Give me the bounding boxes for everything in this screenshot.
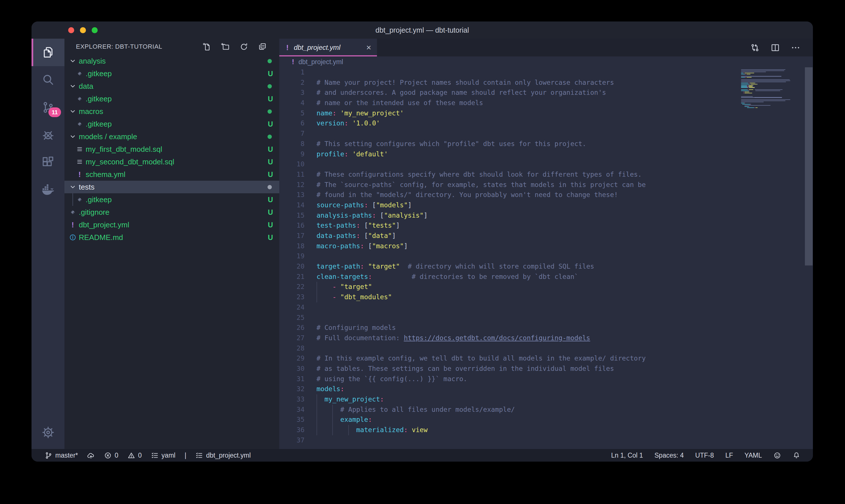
tree-item[interactable]: models / example	[65, 130, 279, 143]
open-changes-icon[interactable]	[750, 43, 760, 52]
code-line: 37	[279, 435, 813, 446]
activity-bar-item-source-control[interactable]: 11	[32, 94, 65, 121]
line-number: 37	[279, 435, 305, 446]
status-item-yaml-schema-file[interactable]: dbt_project.yml	[195, 452, 251, 459]
breadcrumb[interactable]: ! dbt_project.yml	[279, 56, 813, 67]
status-item-eol[interactable]: LF	[725, 452, 733, 459]
minimap-line	[744, 92, 749, 92]
status-item-branch-indicator[interactable]: master*	[45, 452, 78, 459]
line-number: 12	[279, 180, 305, 190]
minimap-line	[749, 90, 749, 91]
status-item-yaml-schema[interactable]: yaml	[151, 452, 176, 459]
code-line: 28	[279, 343, 813, 354]
tree-item[interactable]: my_second_dbt_model.sqlU	[65, 156, 279, 168]
status-item-warnings[interactable]: 0	[127, 452, 142, 459]
new-folder-icon[interactable]	[221, 42, 230, 51]
code-line: 22 - "target"	[279, 282, 813, 292]
status-item-publish-changes[interactable]	[87, 452, 95, 459]
status-item-errors[interactable]: 0	[104, 452, 118, 459]
tree-item[interactable]: .gitignoreU	[65, 206, 279, 218]
tree-item[interactable]: README.mdU	[65, 231, 279, 244]
tab-dbt-project-yml[interactable]: ! dbt_project.yml ×	[279, 39, 377, 56]
status-item-encoding[interactable]: UTF-8	[695, 452, 714, 459]
tree-item[interactable]: .gitkeepU	[65, 67, 279, 80]
git-untracked-badge: U	[268, 221, 273, 229]
indent-guide	[332, 404, 333, 415]
more-actions-icon[interactable]	[791, 43, 800, 52]
close-button[interactable]	[68, 27, 74, 33]
tree-item[interactable]: .gitkeepU	[65, 118, 279, 130]
zoom-button[interactable]	[92, 27, 98, 33]
status-label: LF	[725, 452, 733, 459]
editor-actions	[750, 39, 813, 56]
status-item-indentation[interactable]: Spaces: 4	[654, 452, 684, 459]
minimap-line	[747, 77, 752, 78]
minimap-line	[741, 69, 786, 70]
minimap-line	[754, 87, 755, 88]
tree-item[interactable]: data	[65, 80, 279, 92]
minimap-line	[741, 84, 749, 85]
tree-item-label: .gitkeep	[86, 94, 112, 103]
git-untracked-badge: U	[268, 158, 273, 166]
minimap-line	[755, 89, 783, 90]
new-file-icon[interactable]	[203, 42, 212, 51]
docker-icon	[41, 183, 55, 196]
indent-guide	[317, 394, 317, 404]
activity-bar-item-run-debug[interactable]	[32, 121, 65, 149]
minimap-line	[748, 89, 748, 90]
editor-group: ! dbt_project.yml × ! dbt_project.yml 12…	[279, 39, 813, 449]
activity-bar-item-docker[interactable]	[32, 176, 65, 204]
status-item-feedback[interactable]	[773, 452, 781, 459]
minimize-button[interactable]	[80, 27, 86, 33]
scrollbar-thumb[interactable]	[805, 67, 813, 266]
git-untracked-badge: U	[268, 70, 273, 78]
status-item-language-mode[interactable]: YAML	[744, 452, 762, 459]
activity-bar-item-extensions[interactable]	[32, 149, 65, 176]
minimap-line	[755, 107, 758, 108]
minimap-line	[744, 105, 771, 106]
activity-bar-item-search[interactable]	[32, 66, 65, 94]
status-item-notifications[interactable]	[793, 452, 800, 459]
tree-item[interactable]: my_first_dbt_model.sqlU	[65, 143, 279, 156]
split-editor-icon[interactable]	[771, 43, 780, 52]
code-line: 27# Full documentation: https://docs.get…	[279, 333, 813, 343]
status-right: Ln 1, Col 1Spaces: 4UTF-8LFYAML	[611, 452, 801, 459]
activity-bar-item-settings[interactable]	[32, 419, 65, 446]
line-number: 5	[279, 108, 305, 119]
tree-item-label: models / example	[79, 132, 137, 141]
minimap[interactable]	[741, 68, 798, 183]
error-circle-icon	[104, 452, 112, 459]
tree-item[interactable]: analysis	[65, 55, 279, 67]
search-icon	[41, 73, 55, 87]
close-tab-icon[interactable]: ×	[366, 43, 371, 52]
file-tree: analysis.gitkeepUdata.gitkeepUmacros.git…	[65, 55, 279, 449]
minimap-line	[751, 104, 751, 105]
tree-item[interactable]: tests	[65, 181, 279, 193]
tree-item[interactable]: .gitkeepU	[65, 92, 279, 105]
line-number: 10	[279, 159, 305, 169]
minimap-line	[743, 92, 744, 92]
gear-icon	[41, 426, 55, 439]
refresh-explorer-icon[interactable]	[239, 42, 248, 51]
tree-item-label: dbt_project.yml	[79, 220, 129, 229]
status-label: UTF-8	[695, 452, 714, 459]
minimap-line	[745, 74, 745, 74]
minimap-line	[741, 87, 748, 88]
tree-item[interactable]: .gitkeepU	[65, 193, 279, 206]
git-untracked-badge: U	[268, 170, 273, 179]
code-editor[interactable]: 12# Name your project! Project names sho…	[279, 67, 813, 449]
indent-guide	[317, 415, 317, 425]
tree-item[interactable]: !schema.ymlU	[65, 168, 279, 181]
titlebar[interactable]: dbt_project.yml — dbt-tutorial	[32, 21, 813, 39]
collapse-folders-icon[interactable]	[258, 42, 267, 51]
tree-item[interactable]: macros	[65, 105, 279, 118]
status-item-cursor-position[interactable]: Ln 1, Col 1	[611, 452, 643, 459]
minimap-line	[748, 87, 748, 88]
status-label: dbt_project.yml	[206, 452, 251, 459]
status-label: 0	[138, 452, 142, 459]
indent-guide	[332, 415, 333, 425]
line-number: 4	[279, 98, 305, 108]
activity-bar-item-explorer[interactable]	[32, 39, 65, 66]
tab-bar: ! dbt_project.yml ×	[279, 39, 813, 56]
tree-item[interactable]: !dbt_project.ymlU	[65, 218, 279, 231]
